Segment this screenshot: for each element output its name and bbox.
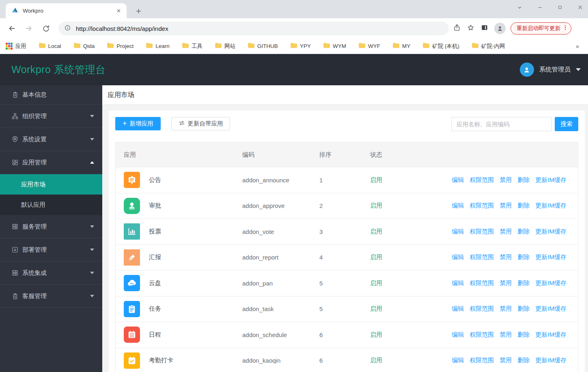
new-tab-button[interactable] <box>133 6 144 16</box>
action-update-im-cache[interactable]: 更新IM缓存 <box>535 305 566 313</box>
update-browser-button[interactable]: 重新启动即可更新 <box>510 22 571 35</box>
action-disable[interactable]: 禁用 <box>500 357 512 364</box>
bookmarks-overflow-icon[interactable]: » <box>576 43 582 50</box>
action-permission-scope[interactable]: 权限范围 <box>470 331 494 339</box>
action-update-im-cache[interactable]: 更新IM缓存 <box>535 228 566 236</box>
sidebar-item-label: 应用管理 <box>22 159 90 167</box>
search-input[interactable] <box>451 117 552 131</box>
sidebar-item[interactable]: 部署管理 <box>0 238 102 262</box>
action-update-im-cache[interactable]: 更新IM缓存 <box>535 279 566 287</box>
minimize-button[interactable] <box>535 3 544 12</box>
action-permission-scope[interactable]: 权限范围 <box>470 357 494 364</box>
share-icon[interactable] <box>453 24 461 33</box>
sidebar-subitem[interactable]: 默认应用 <box>0 195 102 215</box>
forward-button[interactable] <box>22 22 36 35</box>
clipboard-icon <box>11 91 19 99</box>
close-window-button[interactable] <box>576 3 585 12</box>
action-edit[interactable]: 编辑 <box>452 279 464 287</box>
action-permission-scope[interactable]: 权限范围 <box>470 279 494 287</box>
close-tab-icon[interactable] <box>114 7 123 15</box>
action-update-im-cache[interactable]: 更新IM缓存 <box>535 176 566 184</box>
sidebar-item[interactable]: 系统设置 <box>0 128 102 151</box>
action-permission-scope[interactable]: 权限范围 <box>470 253 494 261</box>
action-edit[interactable]: 编辑 <box>452 331 464 339</box>
maximize-button[interactable] <box>556 3 564 12</box>
address-bar[interactable]: http://localhost:8042/ms/app/index <box>58 22 449 35</box>
chip-menu-icon[interactable] <box>562 24 569 32</box>
action-delete[interactable]: 删除 <box>517 279 530 287</box>
bookmark-item[interactable]: Learn <box>146 42 170 50</box>
back-button[interactable] <box>5 22 19 35</box>
bookmark-item[interactable]: Project <box>107 42 134 50</box>
action-permission-scope[interactable]: 权限范围 <box>470 305 494 313</box>
bookmark-item[interactable]: 矿院 (本机) <box>422 42 459 50</box>
side-panel-icon[interactable] <box>480 24 489 33</box>
action-update-im-cache[interactable]: 更新IM缓存 <box>535 253 566 261</box>
bookmark-label: Qida <box>83 43 95 49</box>
action-disable[interactable]: 禁用 <box>500 228 512 236</box>
chevron-down-icon <box>90 249 94 251</box>
bookmark-star-icon[interactable] <box>467 24 475 33</box>
action-disable[interactable]: 禁用 <box>500 305 512 313</box>
action-edit[interactable]: 编辑 <box>452 228 464 236</box>
search-button[interactable]: 搜索 <box>555 117 578 131</box>
action-edit[interactable]: 编辑 <box>452 202 464 210</box>
app-name: 日程 <box>149 331 161 339</box>
add-app-button[interactable]: + 新增应用 <box>115 117 161 130</box>
status-enabled: 启用 <box>370 253 382 260</box>
action-delete[interactable]: 删除 <box>517 176 530 184</box>
sidebar-item-label: 系统集成 <box>22 269 90 277</box>
sidebar-item[interactable]: 系统集成 <box>0 262 102 285</box>
bookmark-item[interactable]: WYF <box>358 42 380 50</box>
action-delete[interactable]: 删除 <box>517 202 530 210</box>
action-edit[interactable]: 编辑 <box>452 357 464 364</box>
sidebar-item[interactable]: 应用管理 <box>0 151 102 174</box>
action-update-im-cache[interactable]: 更新IM缓存 <box>535 331 566 339</box>
bookmark-item[interactable]: Local <box>39 42 61 50</box>
sidebar-subitem[interactable]: 应用市场 <box>0 174 102 195</box>
sidebar-item[interactable]: 服务管理 <box>0 215 102 238</box>
app-code: addon_schedule <box>242 331 319 338</box>
action-permission-scope[interactable]: 权限范围 <box>470 202 494 210</box>
sidebar-item[interactable]: 组织管理 <box>0 105 102 128</box>
action-delete[interactable]: 删除 <box>517 305 530 313</box>
bookmark-item[interactable]: 矿院-内网 <box>472 42 505 50</box>
action-disable[interactable]: 禁用 <box>500 202 512 210</box>
action-update-im-cache[interactable]: 更新IM缓存 <box>535 202 566 210</box>
site-info-icon[interactable] <box>64 24 71 33</box>
action-permission-scope[interactable]: 权限范围 <box>470 176 494 184</box>
bookmark-item[interactable]: WYM <box>323 42 346 50</box>
bookmark-item[interactable]: YPY <box>290 42 311 50</box>
bookmark-label: WYM <box>333 43 346 49</box>
reload-button[interactable] <box>39 22 53 35</box>
bookmark-label: 应用 <box>15 43 26 50</box>
bookmark-item[interactable]: MY <box>392 42 410 50</box>
bookmark-item[interactable]: 网站 <box>215 42 235 50</box>
action-disable[interactable]: 禁用 <box>500 279 512 287</box>
folder-icon <box>73 42 80 50</box>
action-delete[interactable]: 删除 <box>517 228 530 236</box>
bookmark-label: YPY <box>300 43 311 49</box>
action-disable[interactable]: 禁用 <box>500 253 512 261</box>
bookmark-item[interactable]: GITHUB <box>248 42 278 50</box>
action-disable[interactable]: 禁用 <box>500 331 512 339</box>
tabstrip-chevron-icon[interactable] <box>515 3 524 12</box>
bookmark-item[interactable]: 工具 <box>182 42 202 50</box>
action-edit[interactable]: 编辑 <box>452 176 464 184</box>
profile-avatar[interactable] <box>494 23 506 34</box>
action-disable[interactable]: 禁用 <box>500 176 512 184</box>
bookmark-item[interactable]: 应用 <box>6 43 26 50</box>
bookmark-item[interactable]: Qida <box>73 42 95 50</box>
sidebar-item[interactable]: 基本信息 <box>0 85 102 105</box>
browser-tab[interactable]: Workpro <box>6 3 127 18</box>
action-edit[interactable]: 编辑 <box>452 305 464 313</box>
action-update-im-cache[interactable]: 更新IM缓存 <box>535 357 566 364</box>
action-delete[interactable]: 删除 <box>517 253 530 261</box>
action-edit[interactable]: 编辑 <box>452 253 464 261</box>
update-builtin-button[interactable]: 更新自带应用 <box>171 117 230 130</box>
action-delete[interactable]: 删除 <box>517 357 530 364</box>
sidebar-item[interactable]: 客服管理 <box>0 285 102 308</box>
action-delete[interactable]: 删除 <box>517 331 530 339</box>
user-menu[interactable]: 系统管理员 <box>520 63 581 77</box>
action-permission-scope[interactable]: 权限范围 <box>470 228 494 236</box>
